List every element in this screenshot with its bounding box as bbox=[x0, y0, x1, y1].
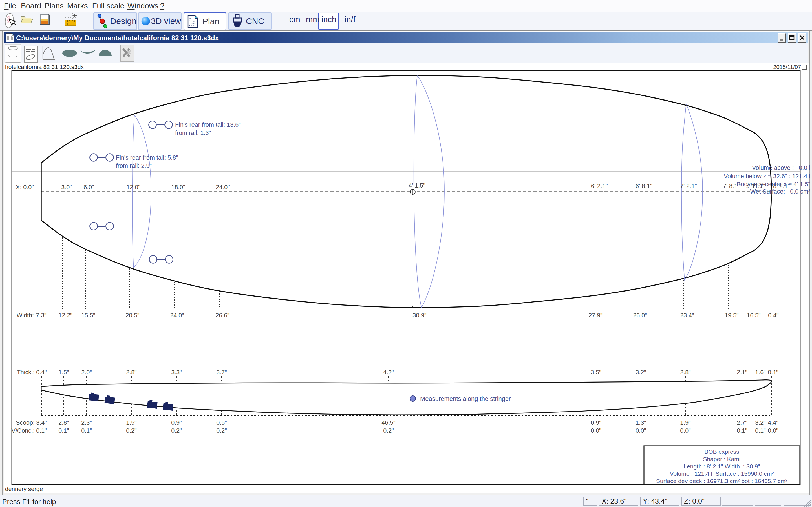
svg-text:0.4": 0.4" bbox=[36, 369, 47, 376]
svg-text:6.0": 6.0" bbox=[84, 184, 94, 191]
svg-text:0.2": 0.2" bbox=[171, 427, 182, 434]
svg-text:2.8": 2.8" bbox=[58, 419, 69, 426]
svg-text:Fin's rear from tail: 13.6": Fin's rear from tail: 13.6" bbox=[175, 121, 241, 128]
svg-text:Volume above : 0.0 l: Volume above : 0.0 l bbox=[752, 165, 810, 171]
svg-text:0.0": 0.0" bbox=[680, 427, 691, 434]
svg-text:4.2": 4.2" bbox=[383, 369, 394, 376]
svg-text:2.1": 2.1" bbox=[737, 369, 748, 376]
svg-text:3.0": 3.0" bbox=[61, 184, 72, 191]
svg-text:Wet Surface: 0.0 cm²: Wet Surface: 0.0 cm² bbox=[750, 188, 810, 195]
svg-text:Scoop:: Scoop: bbox=[16, 419, 35, 426]
svg-text:1.3": 1.3" bbox=[636, 419, 646, 426]
svg-text:Shaper : Kami: Shaper : Kami bbox=[703, 456, 741, 462]
svg-text:1.9": 1.9" bbox=[680, 419, 691, 426]
svg-text:0.1": 0.1" bbox=[755, 427, 766, 434]
svg-text:3.2": 3.2" bbox=[755, 419, 766, 426]
svg-text:0.9": 0.9" bbox=[591, 419, 601, 426]
svg-text:hotelcalifornia 82 31 120.s3dx: hotelcalifornia 82 31 120.s3dx bbox=[5, 64, 84, 70]
svg-text:0.1": 0.1" bbox=[737, 427, 748, 434]
svg-text:7' 2.1": 7' 2.1" bbox=[680, 183, 697, 189]
svg-text:6' 8.1": 6' 8.1" bbox=[636, 183, 652, 189]
svg-text:Thick.:: Thick.: bbox=[17, 369, 35, 376]
svg-text:0.4": 0.4" bbox=[768, 312, 779, 319]
svg-text:0.9": 0.9" bbox=[171, 419, 182, 426]
svg-text:26.6": 26.6" bbox=[215, 312, 229, 319]
svg-text:1.5": 1.5" bbox=[58, 369, 69, 376]
svg-text:27.9": 27.9" bbox=[589, 312, 602, 319]
svg-text:4.4": 4.4" bbox=[768, 419, 778, 426]
svg-text:0.1": 0.1" bbox=[58, 427, 69, 434]
svg-text:2015/11/07: 2015/11/07 bbox=[773, 64, 801, 70]
svg-text:0.2": 0.2" bbox=[126, 427, 137, 434]
svg-text:15.5": 15.5" bbox=[81, 312, 95, 319]
svg-text:24.0": 24.0" bbox=[170, 312, 184, 319]
svg-text:12.2": 12.2" bbox=[58, 312, 72, 319]
svg-text:Width:: Width: bbox=[17, 312, 34, 319]
svg-text:3.7": 3.7" bbox=[216, 369, 227, 376]
svg-text:3.4": 3.4" bbox=[36, 419, 47, 426]
svg-text:0.0": 0.0" bbox=[768, 427, 778, 434]
svg-text:Fin's rear from tail: 5.8": Fin's rear from tail: 5.8" bbox=[116, 154, 178, 161]
svg-text:Buoyancy center x = 4' 1.5": Buoyancy center x = 4' 1.5" bbox=[737, 181, 810, 187]
svg-text:X: 0.0": X: 0.0" bbox=[16, 184, 34, 191]
svg-text:0.0": 0.0" bbox=[591, 427, 601, 434]
svg-text:Surface dev deck : 16971.3 cm²: Surface dev deck : 16971.3 cm² bot : 164… bbox=[656, 478, 788, 484]
svg-text:from rail: 1.3": from rail: 1.3" bbox=[175, 129, 211, 136]
svg-text:from rail: 2.9": from rail: 2.9" bbox=[116, 163, 152, 169]
svg-text:3.3": 3.3" bbox=[171, 369, 182, 376]
svg-text:2.8": 2.8" bbox=[680, 369, 691, 376]
svg-text:V/Conc.:: V/Conc.: bbox=[11, 427, 35, 434]
svg-text:24.0": 24.0" bbox=[216, 184, 230, 191]
svg-text:Measurements along the stringe: Measurements along the stringer bbox=[420, 395, 511, 402]
svg-text:4' 1.5": 4' 1.5" bbox=[409, 182, 425, 189]
svg-text:12.0": 12.0" bbox=[126, 184, 140, 191]
svg-text:2.3": 2.3" bbox=[81, 419, 92, 426]
svg-text:0.2": 0.2" bbox=[383, 427, 394, 434]
svg-text:1.5": 1.5" bbox=[126, 419, 137, 426]
svg-text:7.3": 7.3" bbox=[36, 312, 47, 319]
svg-text:16.5": 16.5" bbox=[747, 312, 760, 319]
svg-text:1.6": 1.6" bbox=[755, 369, 766, 376]
svg-text:Volume below z = 32.6" : 121.4: Volume below z = 32.6" : 121.4 l bbox=[724, 173, 810, 180]
svg-text:BOB express: BOB express bbox=[704, 448, 739, 455]
svg-text:2.7": 2.7" bbox=[737, 419, 748, 426]
svg-text:26.0": 26.0" bbox=[633, 312, 647, 319]
svg-text:23.4": 23.4" bbox=[680, 312, 694, 319]
svg-text:0.2": 0.2" bbox=[216, 427, 227, 434]
svg-text:19.5": 19.5" bbox=[725, 312, 739, 319]
svg-text:6' 2.1": 6' 2.1" bbox=[591, 183, 608, 189]
svg-text:3.5": 3.5" bbox=[591, 369, 601, 376]
svg-text:2.0": 2.0" bbox=[81, 369, 92, 376]
svg-text:18.0": 18.0" bbox=[171, 184, 185, 191]
svg-text:30.9": 30.9" bbox=[412, 312, 426, 319]
svg-text:dennery serge: dennery serge bbox=[5, 486, 43, 492]
svg-text:0.1": 0.1" bbox=[768, 369, 778, 376]
svg-text:Length : 8' 2.1" Width : 30.9: Length : 8' 2.1" Width : 30.9" bbox=[683, 463, 760, 469]
svg-text:0.1": 0.1" bbox=[36, 427, 47, 434]
svg-text:3.2": 3.2" bbox=[636, 369, 646, 376]
svg-text:Volume : 121.4 l Surface : 15: Volume : 121.4 l Surface : 15990.0 cm² bbox=[670, 470, 774, 477]
svg-text:0.0": 0.0" bbox=[636, 427, 646, 434]
svg-text:46.5": 46.5" bbox=[382, 419, 395, 426]
svg-text:0.5": 0.5" bbox=[216, 419, 227, 426]
svg-text:0.1": 0.1" bbox=[81, 427, 92, 434]
svg-text:20.5": 20.5" bbox=[125, 312, 139, 319]
svg-text:2.8": 2.8" bbox=[126, 369, 137, 376]
